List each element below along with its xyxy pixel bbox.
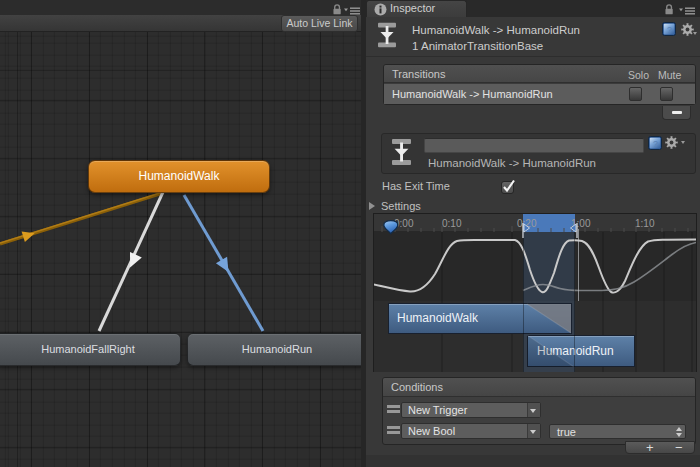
svg-text:?: ? — [653, 139, 658, 149]
svg-text:?: ? — [667, 25, 672, 35]
